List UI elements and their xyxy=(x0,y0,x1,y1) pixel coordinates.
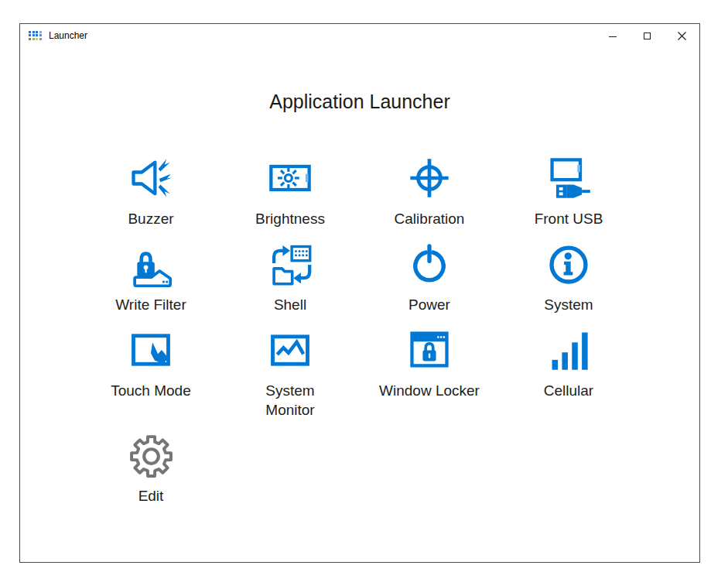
launcher-item-touch-mode[interactable]: Touch Mode xyxy=(81,327,220,400)
write-filter-locked-drive-icon xyxy=(128,241,174,287)
launcher-item-shell[interactable]: Shell xyxy=(220,241,360,314)
launcher-item-system[interactable]: System xyxy=(499,241,638,314)
launcher-item-edit[interactable]: Edit xyxy=(81,432,220,505)
close-icon xyxy=(678,32,686,40)
launcher-item-calibration[interactable]: Calibration xyxy=(360,155,499,228)
launcher-item-label: Front USB xyxy=(535,209,603,228)
power-icon xyxy=(406,241,453,287)
launcher-item-label: Cellular xyxy=(544,381,593,400)
launcher-item-label: Shell xyxy=(274,295,306,314)
buzzer-speaker-icon xyxy=(128,155,174,201)
front-usb-plug-icon xyxy=(545,155,592,201)
cellular-signal-bars-icon xyxy=(545,327,592,373)
launcher-item-label: Write Filter xyxy=(115,295,186,314)
launcher-grid: Buzzer Brightness xyxy=(20,155,699,505)
launcher-item-system-monitor[interactable]: System Monitor xyxy=(220,327,360,420)
launcher-item-label: System xyxy=(544,295,593,314)
edit-gear-icon xyxy=(128,432,174,478)
minimize-icon xyxy=(609,36,617,37)
launcher-item-brightness[interactable]: Brightness xyxy=(220,155,360,228)
maximize-icon xyxy=(644,33,651,39)
launcher-item-front-usb[interactable]: Front USB xyxy=(499,155,638,228)
launcher-item-label: Calibration xyxy=(395,209,465,228)
launcher-item-window-locker[interactable]: Window Locker xyxy=(360,327,499,400)
window-controls xyxy=(595,24,699,47)
launcher-item-write-filter[interactable]: Write Filter xyxy=(81,241,220,314)
launcher-item-label: Window Locker xyxy=(379,381,480,400)
close-button[interactable] xyxy=(665,24,699,47)
launcher-item-label: System Monitor xyxy=(251,381,329,420)
window-locker-icon xyxy=(406,327,453,373)
system-info-icon xyxy=(545,241,592,287)
calibration-crosshair-icon xyxy=(406,155,453,201)
launcher-item-cellular[interactable]: Cellular xyxy=(499,327,638,400)
shell-sync-folder-icon xyxy=(267,241,313,287)
window-title: Launcher xyxy=(49,30,87,41)
launcher-item-buzzer[interactable]: Buzzer xyxy=(81,155,220,228)
page-title: Application Launcher xyxy=(20,91,699,113)
minimize-button[interactable] xyxy=(595,24,630,47)
brightness-screen-icon xyxy=(267,155,313,201)
title-bar[interactable]: Launcher xyxy=(20,24,699,47)
system-monitor-chart-icon xyxy=(267,327,313,373)
maximize-button[interactable] xyxy=(630,24,665,47)
touch-mode-screen-icon xyxy=(128,327,174,373)
launcher-item-label: Power xyxy=(408,295,450,314)
launcher-item-label: Buzzer xyxy=(128,209,173,228)
launcher-item-power[interactable]: Power xyxy=(360,241,499,314)
launcher-item-label: Brightness xyxy=(255,209,325,228)
launcher-item-label: Touch Mode xyxy=(111,381,191,400)
app-icon[interactable] xyxy=(29,31,42,41)
launcher-window: Launcher Application Launcher xyxy=(19,23,700,563)
launcher-item-label: Edit xyxy=(138,486,164,505)
